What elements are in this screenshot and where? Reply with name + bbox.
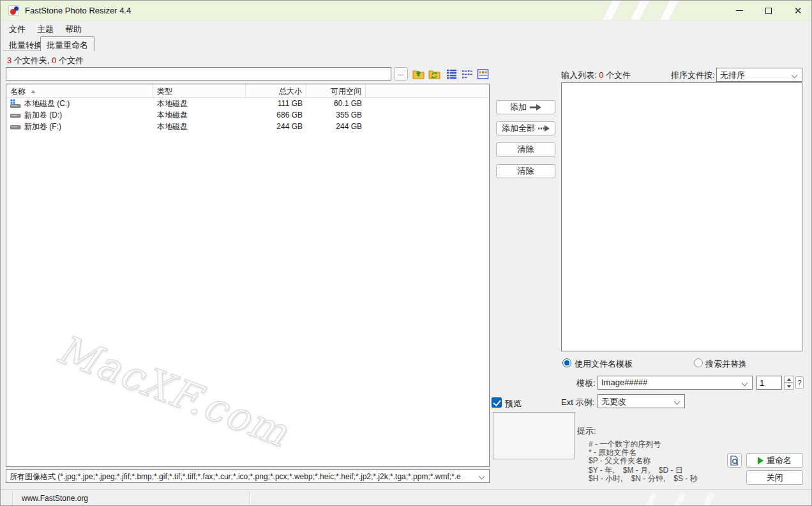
tab-batch-rename[interactable]: 批量重命名 [40, 36, 94, 51]
drive-type: 本地磁盘 [153, 110, 246, 121]
add-label: 添加 [510, 102, 527, 113]
clear-all-button[interactable]: 清除 [496, 164, 555, 178]
format-filter-dropdown[interactable]: 所有图像格式 (*.jpg;*.jpe;*.jpeg;*.jfif;*.bmp;… [6, 469, 490, 483]
drive-total: 244 GB [246, 122, 306, 131]
drive-icon [10, 111, 21, 119]
thumbnails-view-icon[interactable] [477, 68, 489, 80]
search-replace-label: 搜索并替换 [705, 358, 747, 370]
app-icon [8, 5, 19, 16]
watermark-stroke [640, 491, 659, 506]
preview-checkbox[interactable] [492, 397, 502, 408]
triangle-up-icon [787, 378, 791, 381]
template-dropdown[interactable]: Image##### [598, 376, 753, 390]
sort-by-dropdown[interactable]: 无排序 [716, 68, 802, 82]
watermark-stroke [669, 491, 688, 506]
status-bar: www.FastStone.org [1, 489, 812, 506]
add-all-label: 添加全部 [502, 123, 535, 134]
chevron-down-icon [674, 399, 680, 405]
rename-button[interactable]: 重命名 [746, 453, 803, 468]
input-list-files-label: 个文件 [603, 70, 631, 80]
statusbar-divider [12, 492, 13, 505]
details-view-icon[interactable] [446, 68, 458, 80]
menu-bar: 文件 主题 帮助 [1, 21, 87, 36]
ext-label: Ext 示例: [561, 397, 594, 408]
start-number-spinner [784, 376, 793, 390]
table-row-drive-f[interactable]: 新加卷 (F:) 本地磁盘 244 GB 244 GB [6, 121, 489, 132]
drive-name: 新加卷 (F:) [24, 121, 61, 132]
spinner-down-button[interactable] [784, 383, 793, 390]
folder-up-icon[interactable] [412, 68, 425, 80]
title-bar: FastStone Photo Resizer 4.4 ✕ [1, 1, 812, 20]
clear-button[interactable]: 清除 [496, 142, 555, 157]
drive-total: 111 GB [246, 99, 306, 108]
input-file-list[interactable] [561, 82, 802, 351]
menu-file[interactable]: 文件 [3, 21, 31, 36]
hint-line: $H - 小时, $N - 分钟, $S - 秒 [589, 473, 698, 484]
sort-asc-icon [31, 90, 36, 93]
drive-name: 新加卷 (D:) [24, 110, 62, 121]
ext-dropdown[interactable]: 无更改 [598, 394, 685, 408]
column-header-name[interactable]: 名称 [6, 84, 153, 97]
column-header-total-size[interactable]: 总大小 [246, 84, 306, 97]
maximize-icon [765, 8, 772, 14]
template-value: Image##### [601, 378, 647, 387]
file-label: 个文件 [56, 56, 84, 65]
triangle-down-icon [787, 385, 791, 388]
watermark-stroke [629, 1, 654, 20]
format-filter-value: 所有图像格式 (*.jpg;*.jpe;*.jpeg;*.jfif;*.bmp;… [10, 472, 461, 481]
chevron-down-icon [792, 72, 798, 79]
app-window: FastStone Photo Resizer 4.4 ✕ 文件 主题 帮助 批… [0, 0, 812, 506]
sort-by-value: 无排序 [720, 70, 745, 80]
folder-refresh-icon[interactable] [428, 68, 440, 80]
clear-all-label: 清除 [518, 165, 534, 177]
add-all-button[interactable]: 添加全部 [496, 121, 555, 135]
sort-by-label: 排序文件按: [671, 70, 715, 81]
rename-label: 重命名 [767, 455, 792, 466]
drive-free: 355 GB [306, 111, 366, 119]
minimize-button[interactable] [725, 1, 754, 20]
input-list-label: 输入列表: [561, 70, 597, 80]
arrow-right-icon [530, 104, 541, 111]
drive-c-icon [10, 99, 21, 108]
menu-theme[interactable]: 主题 [31, 21, 59, 36]
close-button[interactable]: ✕ [783, 1, 812, 20]
ext-value: 无更改 [601, 397, 626, 406]
play-icon [758, 457, 763, 464]
drive-icon [10, 122, 21, 131]
clear-label: 清除 [518, 144, 534, 155]
input-list-summary: 输入列表: 0 个文件 [561, 70, 631, 81]
maximize-button[interactable] [754, 1, 783, 20]
drive-name: 本地磁盘 (C:) [24, 98, 70, 109]
browse-button[interactable]: ... [394, 67, 408, 80]
menu-help[interactable]: 帮助 [59, 21, 87, 36]
add-button[interactable]: 添加 [496, 100, 555, 114]
folder-label: 个文件夹, [11, 56, 52, 65]
search-replace-radio[interactable] [694, 358, 703, 367]
table-row-drive-c[interactable]: 本地磁盘 (C:) 本地磁盘 111 GB 60.1 GB [6, 98, 489, 109]
use-template-radio[interactable] [562, 358, 571, 367]
watermark-stroke [659, 1, 683, 20]
start-number-input[interactable] [756, 376, 782, 390]
close-dialog-button[interactable]: 关闭 [746, 470, 803, 485]
watermark-stroke [601, 1, 626, 20]
drive-type: 本地磁盘 [153, 98, 246, 109]
preview-thumbnail-box [493, 412, 575, 459]
preview-checkbox-label: 预览 [505, 398, 522, 410]
column-header-free-space[interactable]: 可用空间 [306, 84, 366, 97]
close-icon: ✕ [794, 6, 802, 15]
preview-rename-button[interactable] [727, 453, 742, 468]
column-header-type[interactable]: 类型 [153, 84, 246, 97]
chevron-down-icon [479, 473, 485, 480]
template-help-button[interactable]: ? [795, 376, 804, 389]
website-link: www.FastStone.org [22, 494, 88, 503]
chevron-down-icon [742, 380, 748, 387]
window-title: FastStone Photo Resizer 4.4 [25, 6, 131, 15]
list-view-icon[interactable] [461, 68, 473, 80]
use-template-label: 使用文件名模板 [575, 358, 633, 370]
hints-title: 提示: [577, 425, 596, 437]
table-row-drive-d[interactable]: 新加卷 (D:) 本地磁盘 686 GB 355 GB [6, 109, 489, 121]
spinner-up-button[interactable] [784, 376, 793, 383]
path-input[interactable] [6, 67, 391, 80]
statusbar-divider [250, 492, 250, 505]
template-label: 模板: [576, 378, 596, 389]
